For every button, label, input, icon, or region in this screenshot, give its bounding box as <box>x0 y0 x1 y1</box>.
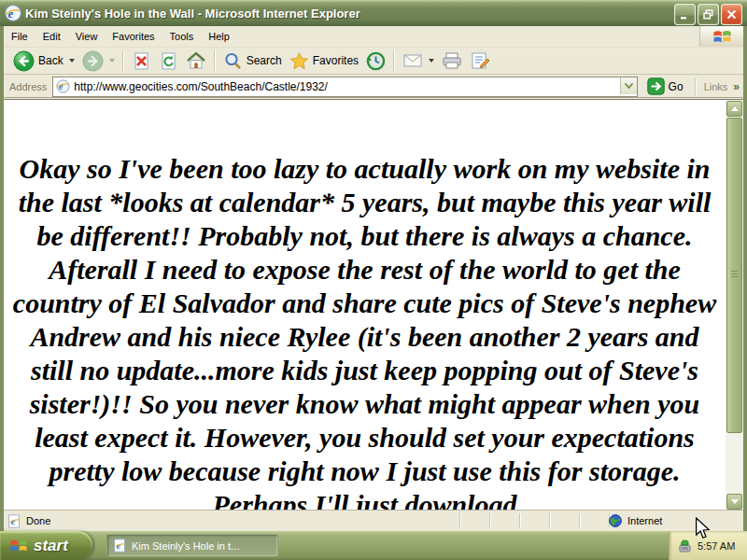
forward-icon <box>82 50 104 72</box>
search-label: Search <box>247 54 282 67</box>
home-icon <box>186 50 206 71</box>
links-area: Links » <box>695 78 740 95</box>
globe-icon <box>609 514 622 527</box>
stop-button[interactable] <box>128 49 155 73</box>
print-button[interactable] <box>438 49 466 73</box>
menu-bar: File Edit View Favorites Tools Help <box>4 26 743 48</box>
forward-button[interactable] <box>78 49 119 74</box>
address-bar: Address e http://www.geocities.com/South… <box>4 76 743 98</box>
start-label: start <box>34 537 76 555</box>
refresh-button[interactable] <box>155 49 182 73</box>
edit-button[interactable] <box>466 49 494 73</box>
minimize-button[interactable] <box>674 4 696 25</box>
address-dropdown-button[interactable] <box>620 77 637 94</box>
menu-view[interactable]: View <box>68 28 106 45</box>
go-label: Go <box>669 80 684 93</box>
menu-file[interactable]: File <box>4 28 35 45</box>
status-bar: e Done Internet <box>4 510 743 531</box>
vertical-scrollbar[interactable] <box>726 100 743 511</box>
taskbar-task-button[interactable]: e Kim Steinly's Hole in t... <box>106 534 278 557</box>
back-button[interactable]: Back <box>9 49 78 74</box>
toolbar-separator <box>393 50 395 71</box>
scroll-up-button[interactable] <box>726 101 742 117</box>
page-body-text: Okay so I've been too lazy to actually w… <box>4 100 726 511</box>
menu-edit[interactable]: Edit <box>35 28 68 45</box>
chevron-up-icon <box>731 106 739 111</box>
menu-help[interactable]: Help <box>201 28 237 45</box>
address-url: http://www.geocities.com/SouthBeach/Cast… <box>74 80 327 93</box>
toolbar-separator <box>214 50 216 71</box>
menu-favorites[interactable]: Favorites <box>105 28 162 45</box>
go-button[interactable]: Go <box>645 77 689 96</box>
toolbar-separator <box>122 50 124 71</box>
svg-text:e: e <box>59 81 63 91</box>
close-button[interactable] <box>721 4 742 25</box>
favorites-star-icon <box>289 51 309 71</box>
links-label[interactable]: Links <box>704 81 728 92</box>
browser-window-body: File Edit View Favorites Tools Help Back <box>0 26 747 531</box>
title-bar: e Kim Steinly's Hole in the Wall - Micro… <box>0 0 747 26</box>
back-label: Back <box>38 54 63 67</box>
search-icon <box>223 51 243 71</box>
links-separator <box>695 78 697 95</box>
scrollbar-thumb[interactable] <box>726 118 742 433</box>
scrollbar-grip <box>731 271 738 279</box>
favorites-button[interactable]: Favorites <box>286 49 362 73</box>
stop-icon <box>132 51 151 71</box>
mail-button[interactable] <box>399 49 438 73</box>
windows-logo-icon <box>712 27 732 47</box>
print-icon <box>442 50 462 71</box>
favorites-label: Favorites <box>313 54 359 67</box>
start-button[interactable]: start <box>0 531 92 560</box>
refresh-icon <box>159 51 178 71</box>
links-chevron-icon[interactable]: » <box>733 80 740 93</box>
zone-label: Internet <box>627 515 662 526</box>
back-dropdown-caret[interactable] <box>69 59 75 63</box>
forward-dropdown-caret[interactable] <box>109 59 115 63</box>
restore-button[interactable] <box>698 4 719 25</box>
go-icon <box>647 77 665 95</box>
edit-icon <box>470 50 490 71</box>
taskbar: start e Kim Steinly's Hole in t... 5:57 … <box>0 531 747 560</box>
history-button[interactable] <box>362 49 389 73</box>
address-label: Address <box>9 81 47 92</box>
toolbar: Back <box>4 48 743 75</box>
svg-text:e: e <box>7 7 13 21</box>
ie-page-icon: e <box>56 79 70 93</box>
status-text: Done <box>26 515 50 526</box>
address-input[interactable]: e http://www.geocities.com/SouthBeach/Ca… <box>52 77 637 97</box>
start-windows-flag-icon <box>9 537 28 555</box>
statusbar-dividers <box>459 513 611 527</box>
search-button[interactable]: Search <box>219 49 286 73</box>
tray-icon[interactable] <box>677 538 693 553</box>
mail-icon <box>402 50 423 71</box>
menu-tools[interactable]: Tools <box>162 28 202 45</box>
desktop-screen: e Kim Steinly's Hole in the Wall - Micro… <box>0 0 747 560</box>
mail-dropdown-caret[interactable] <box>429 59 434 63</box>
window-title: Kim Steinly's Hole in the Wall - Microso… <box>25 7 360 21</box>
mouse-cursor-icon <box>695 517 711 544</box>
home-button[interactable] <box>182 49 210 73</box>
back-icon <box>13 50 35 72</box>
page-done-icon: e <box>7 514 21 528</box>
chevron-down-icon <box>731 499 739 504</box>
task-ie-icon: e <box>113 539 127 553</box>
security-zone: Internet <box>609 514 662 527</box>
ie-icon: e <box>5 5 21 21</box>
history-icon <box>366 51 386 71</box>
scroll-down-button[interactable] <box>726 494 742 510</box>
windows-logo-panel <box>699 26 743 47</box>
task-label: Kim Steinly's Hole in t... <box>132 540 239 552</box>
page-viewport: Okay so I've been too lazy to actually w… <box>4 99 743 511</box>
